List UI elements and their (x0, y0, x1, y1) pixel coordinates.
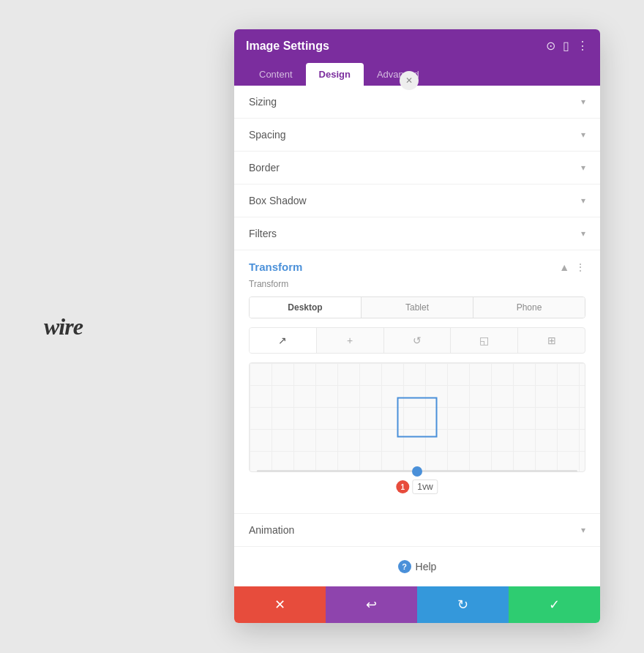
tool-tabs: ↗ + ↺ ◱ ⊞ (249, 327, 585, 354)
save-button[interactable]: ✓ (509, 586, 600, 623)
tool-tab-move[interactable]: + (317, 328, 384, 353)
page-background: wire ✕ Image Settings ⊙ ▯ ⋮ Content Desi… (0, 0, 644, 653)
transform-canvas: 0px (249, 362, 585, 472)
badge-number: 1 (396, 480, 409, 493)
target-icon[interactable]: ⊙ (546, 40, 555, 52)
box-shadow-chevron: ▾ (581, 195, 585, 206)
tool-tab-skew[interactable]: ◱ (451, 328, 518, 353)
h-value-text: 1vw (412, 480, 438, 494)
filters-section[interactable]: Filters ▾ (234, 217, 600, 250)
transform-label: Transform (249, 279, 585, 289)
tool-tab-refresh[interactable]: ↺ (384, 328, 452, 353)
tool-tab-rotate[interactable]: ↗ (250, 328, 317, 353)
h-slider-value-container: 1 1vw (396, 480, 438, 494)
reset-button[interactable]: ↩ (326, 586, 417, 623)
tab-content[interactable]: Content (246, 63, 306, 86)
filters-label: Filters (249, 228, 277, 239)
help-area: ? Help (234, 547, 600, 586)
redo-button[interactable]: ↻ (417, 586, 509, 623)
tab-design[interactable]: Design (306, 63, 364, 86)
transform-more-icon[interactable]: ⋮ (575, 261, 585, 273)
v-slider-container: 0px (599, 370, 600, 464)
panel-footer: ✕ ↩ ↻ ✓ (234, 586, 600, 623)
logo-area: wire (44, 313, 83, 340)
animation-section[interactable]: Animation ▾ (234, 514, 600, 547)
cancel-button[interactable]: ✕ (234, 586, 326, 623)
animation-chevron: ▾ (581, 525, 585, 535)
help-text[interactable]: Help (416, 561, 437, 572)
sizing-label: Sizing (249, 96, 277, 108)
h-slider-thumb[interactable] (412, 466, 422, 477)
device-tab-phone[interactable]: Phone (473, 297, 585, 318)
spacing-label: Spacing (249, 129, 286, 141)
panel-title: Image Settings (246, 40, 329, 53)
help-icon[interactable]: ? (398, 560, 411, 573)
more-icon[interactable]: ⋮ (577, 40, 588, 52)
h-slider-track (257, 470, 577, 472)
border-section[interactable]: Border ▾ (234, 152, 600, 184)
tool-tab-scale[interactable]: ⊞ (518, 328, 585, 353)
sizing-chevron: ▾ (581, 97, 585, 107)
close-button[interactable]: ✕ (400, 71, 419, 90)
transform-header-icons: ▲ ⋮ (559, 261, 585, 273)
border-chevron: ▾ (581, 163, 585, 173)
canvas-inner: 0px (250, 363, 585, 471)
filters-chevron: ▾ (581, 228, 585, 239)
transform-section: Transform ▲ ⋮ Transform Desktop Tablet P… (234, 250, 600, 514)
panel-header: Image Settings ⊙ ▯ ⋮ (234, 29, 600, 63)
transform-title: Transform (249, 261, 302, 273)
box-shadow-label: Box Shadow (249, 195, 307, 206)
sizing-section[interactable]: Sizing ▾ (234, 86, 600, 119)
logo: wire (44, 313, 83, 340)
animation-label: Animation (249, 524, 294, 536)
panel-body: Sizing ▾ Spacing ▾ Border ▾ Box Shadow ▾… (234, 86, 600, 586)
border-label: Border (249, 162, 280, 173)
tab-advanced[interactable]: Advanced (364, 63, 433, 86)
device-tab-tablet[interactable]: Tablet (362, 297, 473, 318)
panel-header-icons: ⊙ ▯ ⋮ (546, 40, 588, 52)
spacing-section[interactable]: Spacing ▾ (234, 119, 600, 152)
h-slider-fill (257, 470, 417, 472)
transform-header: Transform ▲ ⋮ (249, 250, 585, 279)
box-shadow-section[interactable]: Box Shadow ▾ (234, 184, 600, 217)
columns-icon[interactable]: ▯ (563, 40, 569, 52)
transform-box (397, 398, 438, 438)
device-tab-desktop[interactable]: Desktop (250, 297, 362, 318)
image-settings-panel: Image Settings ⊙ ▯ ⋮ Content Design Adva… (234, 29, 600, 623)
device-tabs: Desktop Tablet Phone (249, 296, 585, 318)
transform-collapse-icon[interactable]: ▲ (559, 261, 569, 273)
spacing-chevron: ▾ (581, 130, 585, 140)
